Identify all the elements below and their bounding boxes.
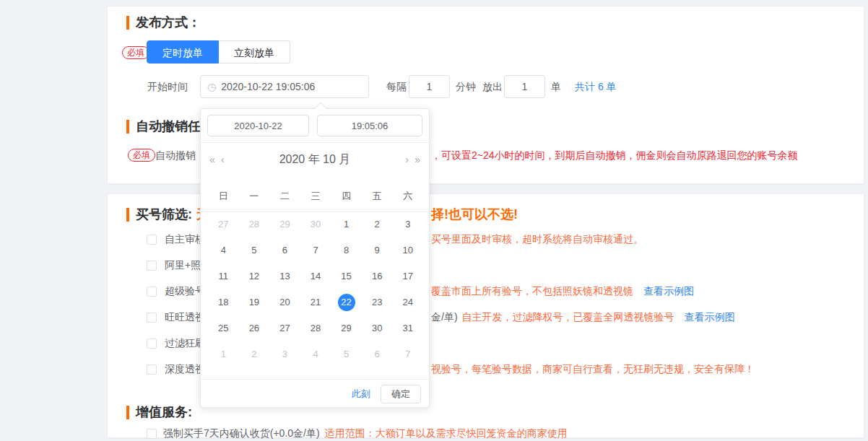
calendar-day[interactable]: 5 xyxy=(239,237,270,263)
row-price-fragment: 金/单) xyxy=(431,311,458,324)
calendar-day[interactable]: 7 xyxy=(392,341,423,367)
interval-input[interactable]: 1 xyxy=(409,75,450,98)
calendar-day[interactable]: 20 xyxy=(269,289,300,315)
confirm-button[interactable]: 确定 xyxy=(381,385,421,403)
auto-cancel-note: ，可设置2~24小时的时间，到期后自动撤销，佣金则会自动原路退回您的账号余额 xyxy=(431,149,798,162)
checkbox[interactable] xyxy=(147,429,157,439)
calendar-day[interactable]: 9 xyxy=(362,237,393,263)
now-link[interactable]: 此刻 xyxy=(352,388,370,401)
calendar-day[interactable]: 24 xyxy=(392,289,423,315)
calendar-day[interactable]: 6 xyxy=(269,237,300,263)
next-month-icon[interactable]: › xyxy=(405,149,409,170)
filter-row-note: 金/单) 自主开发，过滤降权号，已覆盖全网透视镜验号 查看示例图 xyxy=(431,310,735,326)
calendar-day[interactable]: 27 xyxy=(208,211,239,237)
picker-time-input[interactable]: 19:05:06 xyxy=(317,115,422,136)
checkbox-label[interactable]: 阿里+照 xyxy=(165,259,201,272)
calendar-day[interactable]: 26 xyxy=(239,315,270,341)
checkbox[interactable] xyxy=(147,261,157,271)
calendar-day[interactable]: 1 xyxy=(331,211,362,237)
required-badge: 必填 xyxy=(128,149,155,162)
calendar-day[interactable]: 8 xyxy=(331,237,362,263)
calendar-week-row: 25262728293031 xyxy=(208,315,423,341)
calendar-day-selected[interactable]: 22 xyxy=(331,289,362,315)
calendar-day[interactable]: 15 xyxy=(331,263,362,289)
picker-nav: « ‹ 2020 年 10 月 › » xyxy=(201,149,429,170)
picker-time-value: 19:05:06 xyxy=(352,121,389,131)
calendar-day[interactable]: 2 xyxy=(362,211,393,237)
checkbox[interactable] xyxy=(147,235,157,245)
row-note-text: 覆盖市面上所有验号，不包括照妖镜和透视镜 xyxy=(431,285,633,298)
calendar-day[interactable]: 12 xyxy=(239,263,270,289)
tab-scheduled-release[interactable]: 定时放单 xyxy=(147,40,219,64)
calendar-day[interactable]: 3 xyxy=(269,341,300,367)
calendar-day[interactable]: 4 xyxy=(300,341,331,367)
calendar-day[interactable]: 23 xyxy=(362,289,393,315)
section-accent-bar xyxy=(126,16,129,30)
calendar-day[interactable]: 16 xyxy=(362,263,393,289)
checkbox[interactable] xyxy=(147,287,157,297)
day-number: 6 xyxy=(276,242,293,259)
checkbox[interactable] xyxy=(147,364,157,375)
calendar-day[interactable]: 3 xyxy=(392,211,423,237)
checkbox-label[interactable]: 自主审核 xyxy=(165,233,205,246)
day-number: 30 xyxy=(307,216,324,233)
checkbox-label[interactable]: 强制买手7天内确认收货(+0.0金/单) xyxy=(163,427,320,440)
checkbox[interactable] xyxy=(147,313,157,323)
day-number: 13 xyxy=(276,268,293,285)
filter-row-note: 买号里面及时审核，超时系统将自动审核通过。 xyxy=(431,232,643,248)
calendar-day[interactable]: 28 xyxy=(300,315,331,341)
weekday-label: 三 xyxy=(300,185,331,207)
calendar-day[interactable]: 4 xyxy=(208,237,239,263)
day-number: 4 xyxy=(214,242,232,259)
row-note-text: 自主开发，过滤降权号，已覆盖全网透视镜验号 xyxy=(462,311,674,324)
calendar-day[interactable]: 21 xyxy=(300,289,331,315)
calendar-day[interactable]: 5 xyxy=(331,341,362,367)
start-time-input[interactable]: ◷ 2020-10-22 19:05:06 xyxy=(200,75,369,98)
day-number: 1 xyxy=(338,216,355,233)
calendar-day[interactable]: 30 xyxy=(300,211,331,237)
checkbox[interactable] xyxy=(147,339,157,349)
checkbox-label[interactable]: 超级验号 xyxy=(165,285,205,298)
day-number: 8 xyxy=(338,242,355,259)
view-example-link[interactable]: 查看示例图 xyxy=(643,285,694,298)
day-number: 4 xyxy=(307,346,324,363)
calendar-day[interactable]: 29 xyxy=(269,211,300,237)
calendar-day[interactable]: 7 xyxy=(300,237,331,263)
checkbox-label[interactable]: 旺旺透视 xyxy=(165,311,205,324)
checkbox-label[interactable]: 深度透视 xyxy=(165,363,205,376)
calendar-day[interactable]: 11 xyxy=(208,263,239,289)
picker-month-title: 2020 年 10 月 xyxy=(201,149,429,170)
day-number: 12 xyxy=(246,268,263,285)
weekday-label: 六 xyxy=(392,185,423,207)
calendar-day[interactable]: 19 xyxy=(239,289,270,315)
tab-immediate-release[interactable]: 立刻放单 xyxy=(219,40,290,64)
view-example-link[interactable]: 查看示例图 xyxy=(685,311,735,324)
checkbox-label[interactable]: 过滤狂刷 xyxy=(165,337,205,350)
calendar-day[interactable]: 13 xyxy=(269,263,300,289)
picker-date-input[interactable]: 2020-10-22 xyxy=(207,115,309,136)
calendar-day[interactable]: 29 xyxy=(331,315,362,341)
start-time-label: 开始时间 xyxy=(147,81,188,94)
next-year-icon[interactable]: » xyxy=(415,149,420,170)
calendar-day[interactable]: 30 xyxy=(362,315,393,341)
publish-mode-tabs: 定时放单 立刻放单 xyxy=(147,40,290,64)
day-number: 23 xyxy=(368,294,386,311)
calendar-day[interactable]: 17 xyxy=(392,263,423,289)
day-number: 22 xyxy=(338,294,355,311)
day-number: 30 xyxy=(368,320,386,337)
calendar-day[interactable]: 10 xyxy=(392,237,423,263)
calendar-day[interactable]: 6 xyxy=(362,341,393,367)
calendar-day[interactable]: 18 xyxy=(208,289,239,315)
calendar-day[interactable]: 2 xyxy=(239,341,270,367)
release-prefix-label: 放出 xyxy=(482,81,503,94)
release-count-input[interactable]: 1 xyxy=(504,75,545,98)
total-orders-link[interactable]: 共计 6 单 xyxy=(575,81,617,94)
calendar-day[interactable]: 1 xyxy=(208,341,239,367)
datetime-picker-popover: 2020-10-22 19:05:06 « ‹ 2020 年 10 月 › » … xyxy=(200,108,430,408)
calendar-day[interactable]: 28 xyxy=(239,211,270,237)
filter-row-deep-xray: 深度透视 xyxy=(147,362,205,377)
calendar-day[interactable]: 25 xyxy=(208,315,239,341)
calendar-day[interactable]: 27 xyxy=(269,315,300,341)
calendar-day[interactable]: 31 xyxy=(392,315,423,341)
calendar-day[interactable]: 14 xyxy=(300,263,331,289)
